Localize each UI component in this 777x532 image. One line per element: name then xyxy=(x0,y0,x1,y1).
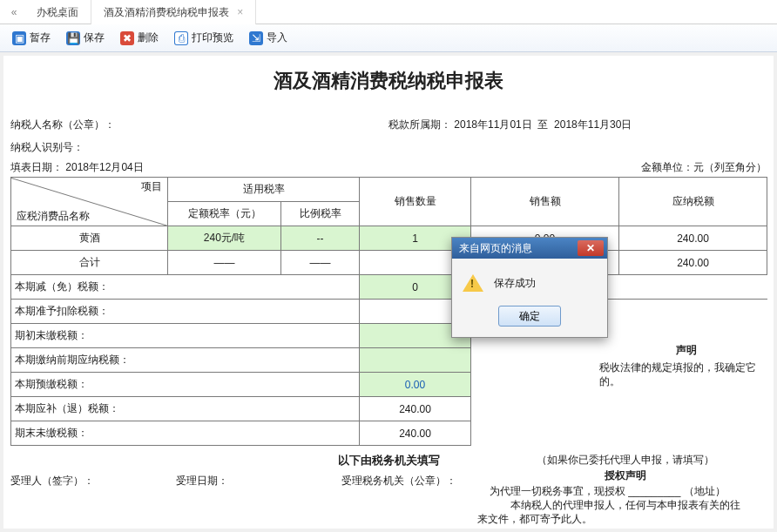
dialog-ok-button[interactable]: 确定 xyxy=(498,306,561,327)
warning-icon xyxy=(463,274,483,292)
close-icon: ✕ xyxy=(586,242,595,254)
dialog-message: 保存成功 xyxy=(494,276,536,291)
dialog-titlebar: 来自网页的消息 ✕ xyxy=(452,238,607,259)
alert-dialog: 来自网页的消息 ✕ 保存成功 确定 xyxy=(451,237,608,338)
dialog-close-button[interactable]: ✕ xyxy=(578,240,604,256)
dialog-title: 来自网页的消息 xyxy=(459,241,532,256)
dialog-backdrop: 来自网页的消息 ✕ 保存成功 确定 xyxy=(0,0,777,532)
